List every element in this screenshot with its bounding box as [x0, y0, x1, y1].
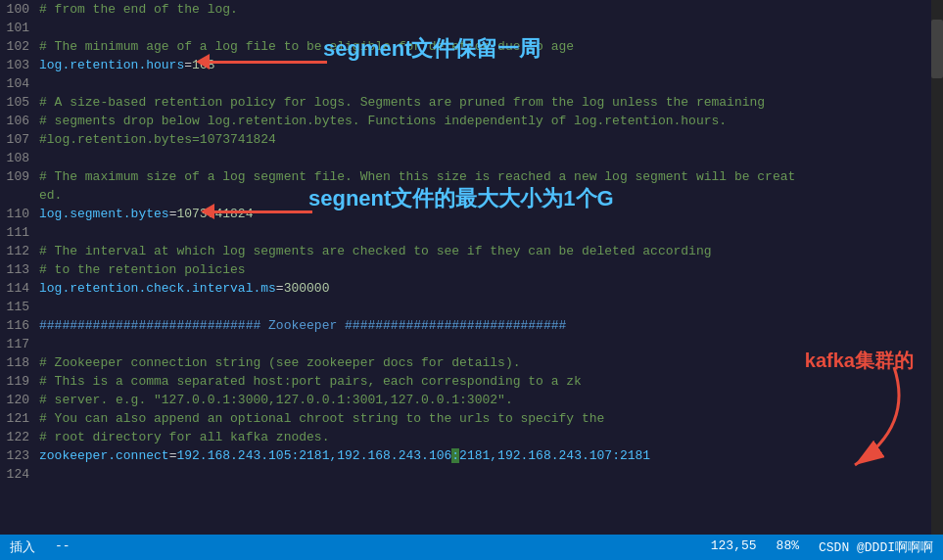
- status-right: 123,55 88% CSDN @DDDI啊啊啊: [711, 538, 933, 556]
- annotation-arrow-2: [201, 204, 312, 219]
- line-112: 112 # The interval at which log segments…: [0, 242, 931, 260]
- editor-area: 100 # from the end of the log. 101 102 #…: [0, 0, 943, 560]
- line-111: 111: [0, 223, 931, 242]
- line-105: 105 # A size-based retention policy for …: [0, 93, 931, 112]
- line-100: 100 # from the end of the log.: [0, 0, 931, 19]
- line-115: 115: [0, 298, 931, 316]
- annotation-arrow-1: [196, 54, 327, 70]
- line-104: 104: [0, 74, 931, 93]
- status-bar: 插入 -- 123,55 88% CSDN @DDDI啊啊啊: [0, 535, 943, 560]
- line-107: 107 #log.retention.bytes=1073741824: [0, 130, 931, 149]
- line-122: 122 # root directory for all kafka znode…: [0, 428, 931, 446]
- line-119: 119 # This is a comma separated host:por…: [0, 372, 931, 391]
- line-114: 114 log.retention.check.interval.ms=3000…: [0, 279, 931, 298]
- scroll-percent: 88%: [777, 538, 799, 556]
- line-116: 116 ############################# Zookee…: [0, 316, 931, 335]
- status-left: 插入 --: [10, 538, 71, 556]
- copyright: CSDN @DDDI啊啊啊: [819, 538, 933, 556]
- line-118: 118 # Zookeeper connection string (see z…: [0, 353, 931, 372]
- annotation-label-1: segment文件保留一周: [323, 34, 541, 64]
- line-123: 123 zookeeper.connect=192.168.243.105:21…: [0, 446, 931, 465]
- cursor-position: 123,55: [711, 538, 757, 556]
- code-container: 100 # from the end of the log. 101 102 #…: [0, 0, 931, 535]
- line-124: 124: [0, 465, 931, 484]
- line-120: 120 # server. e.g. "127.0.0.1:3000,127.0…: [0, 391, 931, 409]
- scrollbar-thumb[interactable]: [931, 20, 943, 78]
- vim-mode: 插入: [10, 538, 35, 556]
- vim-extra: --: [55, 538, 71, 556]
- line-121: 121 # You can also append an optional ch…: [0, 409, 931, 428]
- line-117: 117: [0, 335, 931, 353]
- line-113: 113 # to the retention policies: [0, 260, 931, 279]
- line-108: 108: [0, 149, 931, 167]
- annotation-curved-arrow: [796, 348, 933, 485]
- line-106: 106 # segments drop below log.retention.…: [0, 112, 931, 130]
- annotation-label-2: segnent文件的最大大小为1个G: [308, 184, 614, 213]
